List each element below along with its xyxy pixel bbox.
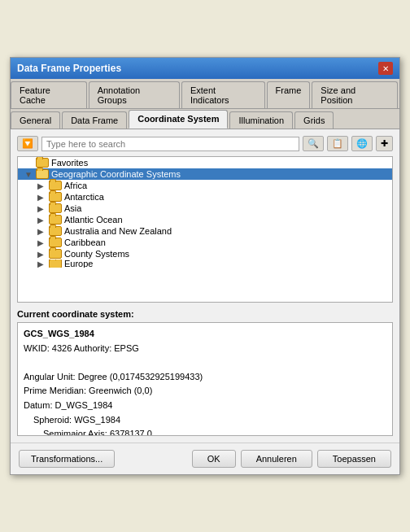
- tree-item-asia[interactable]: ▶ Asia: [18, 203, 392, 214]
- folder-icon-geo-coord: [36, 169, 49, 179]
- title-bar: Data Frame Properties ✕: [11, 58, 399, 79]
- tab-data-frame[interactable]: Data Frame: [62, 111, 127, 129]
- tree-label-europe: Europe: [64, 259, 93, 268]
- clear-search-button[interactable]: 📋: [327, 136, 348, 151]
- current-system-label: Current coordinate system:: [17, 309, 393, 319]
- tab-annotation-groups[interactable]: Annotation Groups: [89, 81, 180, 108]
- search-input[interactable]: [41, 137, 299, 151]
- coordinate-system-tree[interactable]: Favorites ▼ Geographic Coordinate System…: [17, 156, 393, 303]
- expand-icon-australia: ▶: [37, 227, 49, 236]
- expand-icon-europe: ▶: [37, 259, 49, 268]
- folder-icon-favorites: [36, 158, 49, 168]
- dialog-action-buttons: OK Annuleren Toepassen: [192, 450, 391, 468]
- tab-size-and-position[interactable]: Size and Position: [312, 81, 398, 108]
- folder-icon-asia: [49, 203, 62, 213]
- tabs-row1: Feature Cache Annotation Groups Extent I…: [11, 79, 399, 109]
- coord-blank: [24, 355, 386, 370]
- coord-semimajor: Semimajor Axis: 6378137,0: [24, 427, 386, 436]
- tree-label-caribbean: Caribbean: [64, 238, 106, 247]
- add-icon: ✚: [381, 138, 388, 148]
- tree-item-favorites[interactable]: Favorites: [18, 157, 392, 168]
- ok-button[interactable]: OK: [192, 450, 236, 468]
- transform-button[interactable]: Transformations...: [19, 450, 115, 468]
- tree-label-county: County Systems: [64, 249, 129, 259]
- tree-item-atlantic[interactable]: ▶ Atlantic Ocean: [18, 214, 392, 225]
- folder-icon-antarctica: [49, 192, 62, 202]
- folder-icon-australia: [49, 226, 62, 236]
- tree-label-asia: Asia: [64, 203, 81, 213]
- filter-button[interactable]: 🔽: [17, 136, 38, 151]
- expand-icon-atlantic: ▶: [37, 216, 49, 225]
- tree-item-caribbean[interactable]: ▶ Caribbean: [18, 237, 392, 248]
- tab-frame[interactable]: Frame: [267, 81, 311, 108]
- cancel-button[interactable]: Annuleren: [241, 450, 312, 468]
- expand-icon-antarctica: ▶: [37, 193, 49, 202]
- coord-info-box: GCS_WGS_1984 WKID: 4326 Authority: EPSG …: [17, 322, 393, 436]
- tab-feature-cache[interactable]: Feature Cache: [11, 81, 87, 108]
- tree-item-antarctica[interactable]: ▶ Antarctica: [18, 191, 392, 203]
- clear-icon: 📋: [332, 138, 343, 148]
- expand-icon-africa: ▶: [37, 181, 49, 190]
- globe-button[interactable]: 🌐: [351, 136, 373, 151]
- tab-coordinate-system[interactable]: Coordinate System: [129, 110, 228, 129]
- search-icon: 🔍: [308, 138, 319, 148]
- close-button[interactable]: ✕: [378, 62, 393, 75]
- tab-general[interactable]: General: [11, 111, 60, 129]
- folder-icon-county: [49, 249, 62, 259]
- globe-icon: 🌐: [356, 138, 368, 148]
- expand-icon-caribbean: ▶: [37, 238, 49, 247]
- search-button[interactable]: 🔍: [303, 136, 324, 151]
- apply-button[interactable]: Toepassen: [317, 450, 391, 468]
- coord-prime-meridian: Prime Meridian: Greenwich (0,0): [24, 384, 386, 399]
- folder-icon-atlantic: [49, 215, 62, 225]
- expand-icon-asia: ▶: [37, 204, 49, 213]
- filter-icon: 🔽: [22, 138, 33, 149]
- tree-label-geo-coord: Geographic Coordinate Systems: [51, 169, 181, 179]
- coord-name: GCS_WGS_1984: [24, 327, 386, 342]
- folder-icon-caribbean: [49, 238, 62, 247]
- dialog-frame: Data Frame Properties ✕ Feature Cache An…: [10, 57, 400, 475]
- tree-item-europe[interactable]: ▶ Europe: [18, 259, 392, 268]
- expand-icon-county: ▶: [37, 250, 49, 259]
- tree-label-atlantic: Atlantic Ocean: [64, 215, 123, 225]
- coord-angular-unit: Angular Unit: Degree (0,0174532925199433…: [24, 370, 386, 385]
- tree-item-geo-coord[interactable]: ▼ Geographic Coordinate Systems: [18, 168, 392, 180]
- tree-label-africa: Africa: [64, 181, 87, 190]
- tab-illumination[interactable]: Illumination: [229, 111, 293, 129]
- tree-item-africa[interactable]: ▶ Africa: [18, 180, 392, 191]
- toolbar: 🔽 🔍 📋 🌐 ✚: [17, 136, 393, 151]
- folder-icon-africa: [49, 181, 62, 190]
- coord-wkid: WKID: 4326 Authority: EPSG: [24, 342, 386, 356]
- coord-datum: Datum: D_WGS_1984: [24, 399, 386, 413]
- bottom-buttons: Transformations... OK Annuleren Toepasse…: [11, 443, 399, 474]
- tree-item-county[interactable]: ▶ County Systems: [18, 248, 392, 259]
- current-system-section: Current coordinate system: GCS_WGS_1984 …: [17, 309, 393, 436]
- tree-item-australia[interactable]: ▶ Australia and New Zealand: [18, 225, 392, 237]
- tree-label-antarctica: Antarctica: [64, 192, 104, 202]
- tab-content-coordinate-system: 🔽 🔍 📋 🌐 ✚ Favorites: [11, 129, 399, 443]
- folder-icon-europe: [49, 259, 62, 268]
- expand-icon-geo-coord: ▼: [24, 170, 36, 179]
- tree-label-favorites: Favorites: [51, 158, 88, 168]
- tree-label-australia: Australia and New Zealand: [64, 226, 172, 236]
- coord-spheroid: Spheroid: WGS_1984: [24, 413, 386, 428]
- add-button[interactable]: ✚: [376, 136, 393, 151]
- tab-extent-indicators[interactable]: Extent Indicators: [181, 81, 265, 108]
- tabs-row2: General Data Frame Coordinate System Ill…: [11, 109, 399, 129]
- dialog-title: Data Frame Properties: [17, 63, 121, 74]
- tab-grids[interactable]: Grids: [294, 111, 334, 129]
